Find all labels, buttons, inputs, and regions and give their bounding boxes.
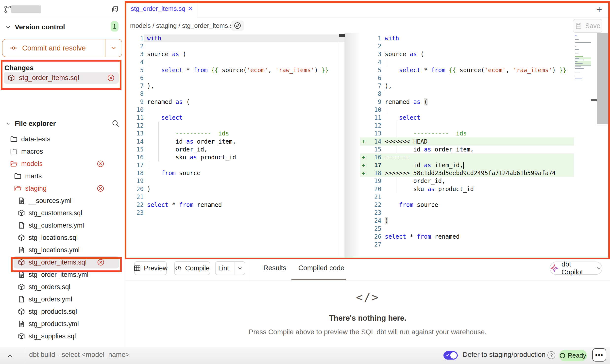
commit-options-chevron[interactable]: [105, 39, 122, 57]
code-line[interactable]: 9renamed as (: [360, 98, 574, 106]
code-line[interactable]: 15 id as order_item,: [360, 146, 574, 153]
file-explorer-section-header[interactable]: File explorer: [5, 119, 121, 129]
code-line[interactable]: 18 from source: [125, 169, 344, 177]
code-line[interactable]: +17 id as item_id,: [360, 161, 574, 169]
file-tree-item-stg_order_items.sql[interactable]: stg_order_items.sql: [14, 256, 119, 268]
code-line[interactable]: 7),: [125, 82, 344, 90]
vertical-scrollbar-thumb[interactable]: [597, 33, 608, 124]
code-line[interactable]: 5 select * from {{ source('ecom', 'raw_i…: [125, 66, 344, 74]
file-tree-item-stg_orders.sql[interactable]: stg_orders.sql: [0, 281, 125, 293]
new-tab-button[interactable]: +: [593, 4, 605, 15]
code-line[interactable]: 12: [360, 122, 574, 130]
code-line[interactable]: 9renamed as (: [125, 98, 344, 106]
tab-compiled-code[interactable]: Compiled code: [298, 264, 344, 272]
minimap-slider[interactable]: [591, 99, 597, 101]
code-line[interactable]: 4: [360, 58, 574, 66]
chevron-up-icon[interactable]: [6, 352, 14, 360]
file-tree-item-stg_customers.yml[interactable]: stg_customers.yml: [0, 219, 125, 232]
code-line[interactable]: 3source as (: [125, 50, 344, 58]
code-line[interactable]: 25: [360, 225, 574, 233]
horizontal-scrollbar-thumb[interactable]: [339, 34, 345, 37]
code-line[interactable]: 7),: [360, 82, 574, 90]
file-tree-item-marts[interactable]: marts: [0, 170, 125, 182]
file-tree-item-stg_products.yml[interactable]: stg_products.yml: [0, 318, 125, 330]
code-line[interactable]: 4: [125, 58, 344, 66]
code-pane-modified[interactable]: 1with23source as (45 select * from {{ so…: [360, 33, 574, 258]
copy-files-icon[interactable]: [111, 5, 119, 13]
code-line[interactable]: 16 sku as product_id: [125, 153, 344, 161]
code-line[interactable]: 20): [125, 185, 344, 193]
code-line[interactable]: 21: [125, 193, 344, 201]
lint-button[interactable]: Lint: [215, 261, 245, 275]
lint-dropdown-chevron[interactable]: [235, 262, 245, 275]
discard-change-icon[interactable]: [107, 74, 115, 82]
code-line[interactable]: 15 order_id,: [125, 146, 344, 153]
code-line[interactable]: 10: [125, 106, 344, 114]
code-line[interactable]: 26select * from renamed: [360, 233, 574, 241]
code-line[interactable]: 12: [125, 122, 344, 130]
code-line[interactable]: 24): [360, 217, 574, 225]
code-line[interactable]: 27: [360, 241, 574, 248]
code-line[interactable]: +14<<<<<<< HEAD: [360, 137, 574, 145]
changes-item[interactable]: stg_order_items.sql: [4, 72, 119, 84]
code-line[interactable]: 21: [360, 193, 574, 201]
compile-button[interactable]: Compile: [174, 261, 210, 275]
file-tree-item-stg_locations.yml[interactable]: stg_locations.yml: [0, 244, 125, 256]
code-line[interactable]: 6: [360, 74, 574, 82]
discard-change-icon[interactable]: [97, 160, 104, 168]
code-line[interactable]: 11 select: [125, 114, 344, 122]
code-line[interactable]: 13 ---------- ids: [125, 130, 344, 137]
code-line[interactable]: 5 select * from {{ source('ecom', 'raw_i…: [360, 66, 574, 74]
file-tree-item-stg_supplies.sql[interactable]: stg_supplies.sql: [0, 330, 125, 342]
code-line[interactable]: 1with: [125, 34, 344, 42]
code-line[interactable]: 2: [125, 42, 344, 50]
code-line[interactable]: 13 ---------- ids: [360, 130, 574, 137]
more-options-button[interactable]: •••: [592, 348, 606, 362]
code-pane-original[interactable]: 1with23source as (45 select * from {{ so…: [125, 33, 344, 258]
search-icon[interactable]: [111, 119, 120, 128]
code-line[interactable]: 3source as (: [360, 50, 574, 58]
tab-results[interactable]: Results: [263, 264, 286, 272]
dbt-copilot-button[interactable]: dbt Copilot: [550, 262, 602, 275]
file-tree-item-__sources.yml[interactable]: __sources.yml: [0, 195, 125, 207]
file-tree-item-staging[interactable]: staging: [0, 182, 125, 195]
file-tree-item-stg_locations.sql[interactable]: stg_locations.sql: [0, 232, 125, 244]
discard-change-icon[interactable]: [97, 258, 105, 266]
code-line[interactable]: 22select * from renamed: [125, 201, 344, 209]
file-tree-item-models[interactable]: models: [0, 158, 125, 170]
version-control-section-header[interactable]: Version control: [5, 22, 121, 32]
minimap[interactable]: [575, 35, 591, 84]
code-line[interactable]: 19 order_id,: [360, 177, 574, 185]
file-tree-item-stg_products.sql[interactable]: stg_products.sql: [0, 305, 125, 318]
code-line[interactable]: 22 from source: [360, 201, 574, 209]
save-button[interactable]: Save: [573, 19, 602, 33]
discard-change-icon[interactable]: [97, 184, 104, 192]
code-line[interactable]: 19: [125, 177, 344, 185]
code-line[interactable]: 8: [360, 90, 574, 98]
code-line[interactable]: 6: [125, 74, 344, 82]
tab-close-icon[interactable]: ✕: [187, 5, 193, 13]
file-tree-item-macros[interactable]: macros: [0, 145, 125, 158]
command-input[interactable]: dbt build --select <model_name>: [29, 351, 130, 359]
commit-and-resolve-button[interactable]: Commit and resolve: [2, 39, 122, 57]
code-line[interactable]: 2: [360, 42, 574, 50]
lint-button-label[interactable]: Lint: [216, 262, 232, 275]
help-icon[interactable]: ?: [547, 351, 555, 359]
lineage-icon[interactable]: [231, 20, 244, 31]
code-line[interactable]: 20 sku as product_id: [360, 185, 574, 193]
editor-tab[interactable]: stg_order_items.sql (last c... ✕: [125, 0, 197, 17]
file-tree-item-data-tests[interactable]: data-tests: [0, 133, 125, 145]
file-tree-item-stg_orders.yml[interactable]: stg_orders.yml: [0, 293, 125, 305]
preview-button[interactable]: Preview: [134, 261, 167, 275]
code-line[interactable]: 23: [360, 209, 574, 217]
code-line[interactable]: 1with: [360, 34, 574, 42]
code-line[interactable]: 14 id as order_item,: [125, 137, 344, 145]
file-tree-item-stg_order_items.yml[interactable]: stg_order_items.yml: [0, 268, 125, 281]
code-line[interactable]: +16=======: [360, 153, 574, 161]
code-line[interactable]: 23: [125, 209, 344, 217]
defer-toggle[interactable]: [443, 351, 458, 360]
code-line[interactable]: 17: [125, 161, 344, 169]
code-line[interactable]: +18>>>>>>> 58c1dd23d5eebd9cd2495fa7124ab…: [360, 169, 574, 177]
code-line[interactable]: 8: [125, 90, 344, 98]
file-tree-item-stg_customers.sql[interactable]: stg_customers.sql: [0, 207, 125, 219]
